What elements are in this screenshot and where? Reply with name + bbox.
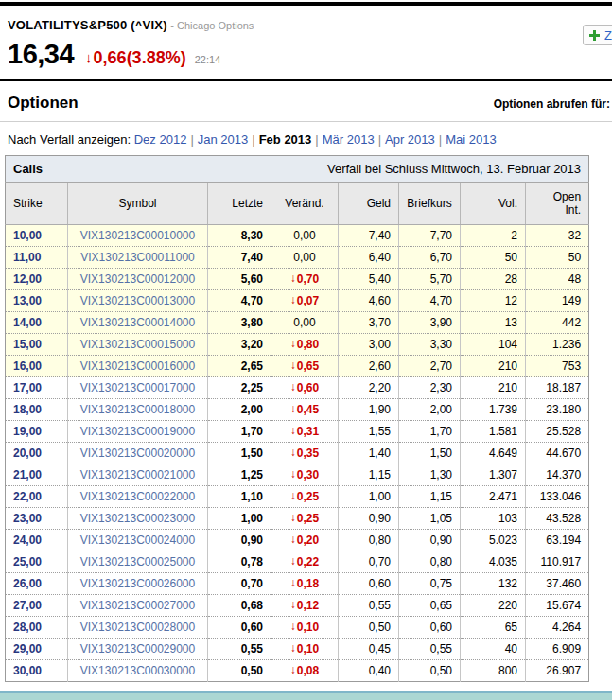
strike-cell-text[interactable]: 16,00 xyxy=(13,359,42,373)
down-arrow-icon: ↓ xyxy=(290,380,296,394)
strike-cell: 22,00 xyxy=(6,486,68,508)
open-interest-cell-text: 25.528 xyxy=(546,425,581,438)
ask-cell-text: 3,30 xyxy=(430,338,452,351)
symbol-cell-text[interactable]: VIX130213C00025000 xyxy=(80,555,195,569)
symbol-cell-text[interactable]: VIX130213C00027000 xyxy=(80,599,195,612)
ask-cell: 5,70 xyxy=(399,269,461,290)
last-cell: 0,68 xyxy=(208,595,271,617)
change-flat: 0,00 xyxy=(293,316,315,329)
expiry-month-link[interactable]: Dez 2012 xyxy=(134,132,187,147)
strike-cell-text[interactable]: 20,00 xyxy=(13,446,42,460)
strike-cell-text[interactable]: 26,00 xyxy=(13,577,42,590)
strike-cell-text[interactable]: 19,00 xyxy=(13,425,42,438)
change-cell: ↓0,10 xyxy=(271,617,339,639)
bid-cell-text: 0,55 xyxy=(369,599,391,612)
symbol-cell-text[interactable]: VIX130213C00023000 xyxy=(80,512,195,525)
ask-cell-text: 2,00 xyxy=(430,403,452,416)
bid-cell-text: 1,90 xyxy=(369,403,391,416)
vol-cell: 132 xyxy=(461,573,526,595)
strike-cell-text[interactable]: 23,00 xyxy=(13,512,42,525)
open-interest-cell: 753 xyxy=(526,356,589,377)
strike-cell-text[interactable]: 13,00 xyxy=(13,294,42,307)
vol-cell-text: 104 xyxy=(498,338,517,351)
ask-cell: 7,70 xyxy=(399,225,461,247)
symbol-cell-text[interactable]: VIX130213C00028000 xyxy=(80,621,195,634)
symbol-cell-text[interactable]: VIX130213C00013000 xyxy=(80,294,195,307)
symbol-cell: VIX130213C00015000 xyxy=(68,334,208,356)
symbol-cell-text[interactable]: VIX130213C00021000 xyxy=(80,468,195,481)
bid-cell-text: 0,60 xyxy=(369,577,391,590)
bid-cell: 0,90 xyxy=(339,508,399,530)
symbol-cell-text[interactable]: VIX130213C00010000 xyxy=(80,229,195,242)
change-cell: ↓0,08 xyxy=(271,660,339,682)
symbol-cell-text[interactable]: VIX130213C00020000 xyxy=(80,446,195,460)
strike-cell-text[interactable]: 22,00 xyxy=(13,490,42,503)
expiry-month-link[interactable]: Jan 2013 xyxy=(198,132,249,147)
symbol-cell: VIX130213C00014000 xyxy=(68,312,208,334)
nav-separator: | xyxy=(252,132,254,147)
ask-cell: 0,80 xyxy=(399,551,461,573)
strike-cell-text[interactable]: 15,00 xyxy=(13,338,42,351)
open-interest-cell: 37.460 xyxy=(526,573,589,595)
down-arrow-icon: ↓ xyxy=(290,337,296,350)
last-cell-text: 0,50 xyxy=(241,664,263,677)
ask-cell-text: 2,70 xyxy=(430,359,452,373)
strike-cell: 19,00 xyxy=(6,421,68,443)
symbol-cell-text[interactable]: VIX130213C00019000 xyxy=(80,425,195,438)
symbol-cell-text[interactable]: VIX130213C00029000 xyxy=(80,642,195,656)
open-interest-cell: 14.370 xyxy=(526,464,589,486)
symbol-cell-text[interactable]: VIX130213C00018000 xyxy=(80,403,195,416)
change-cell: ↓0,45 xyxy=(271,399,339,421)
table-row: 18,00VIX130213C000180002,00↓0,451,902,00… xyxy=(6,399,589,421)
change-negative: ↓0,70 xyxy=(290,272,319,286)
table-row: 14,00VIX130213C000140003,800,003,703,901… xyxy=(6,312,589,334)
symbol-cell-text[interactable]: VIX130213C00014000 xyxy=(80,316,195,329)
strike-cell-text[interactable]: 27,00 xyxy=(13,599,42,612)
strike-cell-text[interactable]: 10,00 xyxy=(13,229,42,242)
bid-cell-text: 0,90 xyxy=(369,512,391,525)
expiry-month-link[interactable]: Mär 2013 xyxy=(323,132,375,147)
strike-cell-text[interactable]: 18,00 xyxy=(13,403,42,416)
symbol-cell-text[interactable]: VIX130213C00024000 xyxy=(80,534,195,547)
open-interest-cell-text: 133.046 xyxy=(540,490,581,503)
strike-cell-text[interactable]: 24,00 xyxy=(13,534,42,547)
expiry-month-link[interactable]: Mai 2013 xyxy=(446,132,496,147)
symbol-cell-text[interactable]: VIX130213C00011000 xyxy=(80,251,195,264)
symbol-cell-text[interactable]: VIX130213C00022000 xyxy=(80,490,195,503)
expiry-month-link[interactable]: Feb 2013 xyxy=(259,132,312,147)
bid-cell-text: 1,00 xyxy=(369,490,391,503)
symbol-cell-text[interactable]: VIX130213C00016000 xyxy=(80,359,195,373)
strike-cell-text[interactable]: 29,00 xyxy=(13,642,42,656)
bid-cell-text: 0,50 xyxy=(369,621,391,634)
column-header: Vol. xyxy=(461,183,526,225)
ask-cell: 2,30 xyxy=(399,377,461,399)
symbol-cell-text[interactable]: VIX130213C00026000 xyxy=(80,577,195,590)
add-to-portfolio-button[interactable]: Z xyxy=(583,25,612,45)
symbol-cell: VIX130213C00027000 xyxy=(68,595,208,617)
strike-cell-text[interactable]: 14,00 xyxy=(13,316,42,329)
expiry-month-link[interactable]: Apr 2013 xyxy=(385,132,435,147)
bid-cell-text: 0,80 xyxy=(369,534,391,547)
bid-cell: 6,40 xyxy=(339,247,399,269)
bid-cell-text: 6,40 xyxy=(369,251,391,264)
last-cell-text: 8,30 xyxy=(241,229,263,242)
strike-cell-text[interactable]: 17,00 xyxy=(13,381,42,394)
change-negative: ↓0,18 xyxy=(290,577,319,590)
symbol-cell-text[interactable]: VIX130213C00012000 xyxy=(80,272,195,286)
strike-cell-text[interactable]: 11,00 xyxy=(13,251,41,264)
ask-cell: 0,50 xyxy=(399,660,461,682)
symbol-cell: VIX130213C00012000 xyxy=(68,269,208,290)
table-row: 15,00VIX130213C000150003,20↓0,803,003,30… xyxy=(6,334,589,356)
symbol-cell: VIX130213C00019000 xyxy=(68,421,208,443)
expiry-nav: Nach Verfall anzeigen: Dez 2012|Jan 2013… xyxy=(0,122,612,155)
change-cell: ↓0,65 xyxy=(271,356,339,377)
change-negative: ↓0,20 xyxy=(290,534,319,547)
strike-cell-text[interactable]: 28,00 xyxy=(13,621,42,634)
strike-cell-text[interactable]: 30,00 xyxy=(13,664,42,677)
symbol-cell-text[interactable]: VIX130213C00017000 xyxy=(80,381,195,394)
strike-cell-text[interactable]: 25,00 xyxy=(13,555,42,569)
symbol-cell-text[interactable]: VIX130213C00030000 xyxy=(80,664,195,677)
strike-cell-text[interactable]: 12,00 xyxy=(13,272,42,286)
symbol-cell-text[interactable]: VIX130213C00015000 xyxy=(80,338,195,351)
strike-cell-text[interactable]: 21,00 xyxy=(13,468,42,481)
